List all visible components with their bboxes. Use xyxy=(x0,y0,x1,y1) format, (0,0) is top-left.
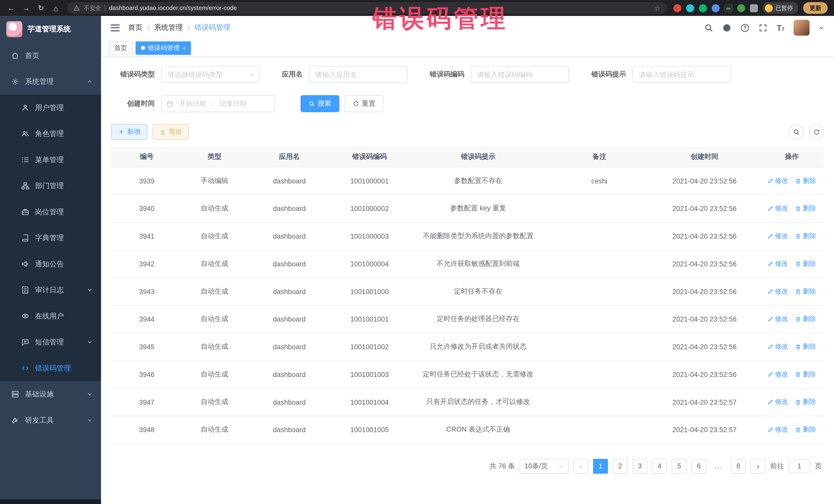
sidebar-item-home[interactable]: 首页 xyxy=(0,43,101,69)
edit-link[interactable]: 修改 xyxy=(768,370,788,379)
delete-link[interactable]: 删除 xyxy=(795,259,816,268)
sidebar-item-tool[interactable]: 研发工具 xyxy=(0,407,101,434)
delete-link[interactable]: 删除 xyxy=(795,287,816,296)
sidebar-item-infra[interactable]: 基础设施 xyxy=(0,381,101,407)
delete-link[interactable]: 删除 xyxy=(795,370,816,379)
end-date-input[interactable] xyxy=(217,100,250,107)
goto-page-input[interactable] xyxy=(789,459,810,473)
add-button[interactable]: 新增 xyxy=(111,124,147,140)
breadcrumb-section[interactable]: 系统管理 xyxy=(154,23,183,32)
extension-icon-4[interactable] xyxy=(711,4,720,12)
page-size-select[interactable]: 10条/页 xyxy=(520,459,569,474)
search-icon[interactable] xyxy=(704,23,714,32)
sidebar-item-user[interactable]: 用户管理 xyxy=(0,95,101,121)
pin-icon[interactable] xyxy=(750,4,758,12)
pager-ellipsis[interactable]: ... xyxy=(711,459,726,474)
extension-icon-6[interactable] xyxy=(737,4,745,12)
search-button[interactable]: 搜索 xyxy=(301,95,339,112)
app-name-input[interactable] xyxy=(309,66,407,83)
sidebar-item-tree[interactable]: 部门管理 xyxy=(0,173,101,199)
page-url: dashboard.yudao.iocoder.cn/system/error-… xyxy=(109,5,237,11)
user-avatar[interactable] xyxy=(793,20,809,36)
browser-home-icon[interactable] xyxy=(49,1,63,15)
bookmark-star-icon[interactable] xyxy=(654,4,660,12)
sidebar-item-horn[interactable]: 通知公告 xyxy=(0,251,101,277)
error-code-input[interactable] xyxy=(470,66,569,83)
sidebar-item-list[interactable]: 菜单管理 xyxy=(0,147,101,173)
github-icon[interactable] xyxy=(722,23,731,32)
profile-chip[interactable]: 已暂停 xyxy=(763,2,798,14)
date-range-picker[interactable]: - xyxy=(161,95,275,112)
sidebar-item-case[interactable]: 岗位管理 xyxy=(0,199,101,225)
sidebar-item-gear[interactable]: 系统管理 xyxy=(0,68,101,95)
cell-type: 自动生成 xyxy=(182,388,247,416)
error-type-select-input[interactable] xyxy=(161,66,259,83)
extension-icon-3[interactable] xyxy=(699,4,707,12)
extension-icon-2[interactable] xyxy=(686,4,694,12)
delete-link[interactable]: 删除 xyxy=(795,204,816,213)
edit-link[interactable]: 修改 xyxy=(768,232,788,240)
sidebar-item-book[interactable]: 字典管理 xyxy=(0,225,101,251)
delete-link[interactable]: 删除 xyxy=(795,314,816,323)
back-icon[interactable] xyxy=(4,1,18,15)
pager-page-1[interactable]: 1 xyxy=(593,459,608,474)
start-date-input[interactable] xyxy=(176,100,209,107)
edit-link[interactable]: 修改 xyxy=(768,425,788,434)
delete-link[interactable]: 删除 xyxy=(795,232,816,240)
reload-icon[interactable] xyxy=(34,1,48,15)
fullscreen-icon[interactable] xyxy=(759,23,768,32)
table-row: 3944 自动生成 dashboard 1001001001 定时任务的处理器已… xyxy=(111,305,824,333)
delete-link[interactable]: 删除 xyxy=(795,425,816,434)
error-type-select[interactable] xyxy=(161,66,259,83)
edit-link[interactable]: 修改 xyxy=(768,287,788,296)
edit-link[interactable]: 修改 xyxy=(768,397,788,407)
prev-page-button[interactable] xyxy=(573,459,588,474)
breadcrumb-current: 错误码管理 xyxy=(195,23,231,32)
extension-icon-1[interactable] xyxy=(673,4,681,12)
hamburger-icon[interactable] xyxy=(111,24,119,31)
export-button[interactable]: 导出 xyxy=(153,124,189,140)
edit-link[interactable]: 修改 xyxy=(768,342,788,351)
sidebar-item-online[interactable]: 在线用户 xyxy=(0,303,101,329)
pager-page-3[interactable]: 3 xyxy=(632,459,647,474)
delete-link[interactable]: 删除 xyxy=(795,176,816,185)
sidebar-item-users[interactable]: 角色管理 xyxy=(0,120,101,147)
delete-link-label: 删除 xyxy=(803,425,816,434)
avatar-caret-icon[interactable] xyxy=(819,25,825,30)
breadcrumb-home[interactable]: 首页 xyxy=(128,23,143,32)
update-button[interactable]: 更新 xyxy=(803,2,828,14)
refresh-table-button[interactable] xyxy=(809,125,824,139)
close-icon[interactable] xyxy=(182,45,186,51)
tab-home[interactable]: 首页 xyxy=(109,41,132,54)
menu-item-icon xyxy=(21,312,29,320)
next-page-button[interactable] xyxy=(751,459,766,474)
edit-link[interactable]: 修改 xyxy=(768,204,788,213)
error-hint-input[interactable] xyxy=(632,66,730,83)
extension-icon-5[interactable]: on xyxy=(724,4,732,12)
cell-created-time: 2021-04-20 23:52:56 xyxy=(649,250,760,278)
pager-page-5[interactable]: 5 xyxy=(672,459,687,474)
pager-page-2[interactable]: 2 xyxy=(613,459,628,474)
edit-link[interactable]: 修改 xyxy=(768,176,788,185)
cell-error-hint: 定时任务的处理器已经存在 xyxy=(407,305,549,333)
sidebar-item-sms[interactable]: 短信管理 xyxy=(0,329,101,355)
pager-page-8[interactable]: 8 xyxy=(731,459,746,474)
forward-icon[interactable] xyxy=(19,1,33,15)
refresh-icon xyxy=(813,128,820,135)
toggle-search-button[interactable] xyxy=(789,125,804,139)
delete-link[interactable]: 删除 xyxy=(795,342,816,351)
reset-button[interactable]: 重置 xyxy=(345,95,383,112)
pager-page-4[interactable]: 4 xyxy=(652,459,667,474)
edit-link[interactable]: 修改 xyxy=(768,314,788,323)
sidebar-item-code[interactable]: 错误码管理 xyxy=(0,355,101,381)
pager-page-6[interactable]: 6 xyxy=(692,459,706,474)
help-icon[interactable] xyxy=(741,23,750,32)
edit-link[interactable]: 修改 xyxy=(768,259,788,268)
delete-link[interactable]: 删除 xyxy=(795,397,816,407)
tab-error-code[interactable]: 错误码管理 xyxy=(136,41,191,54)
pager-pages: 123456...8 xyxy=(593,459,746,474)
address-bar[interactable]: 不安全 dashboard.yudao.iocoder.cn/system/er… xyxy=(67,2,667,14)
cell-app-name: dashboard xyxy=(247,388,332,416)
sidebar-item-audit[interactable]: 审计日志 xyxy=(0,277,101,303)
font-size-icon[interactable] xyxy=(777,23,785,32)
